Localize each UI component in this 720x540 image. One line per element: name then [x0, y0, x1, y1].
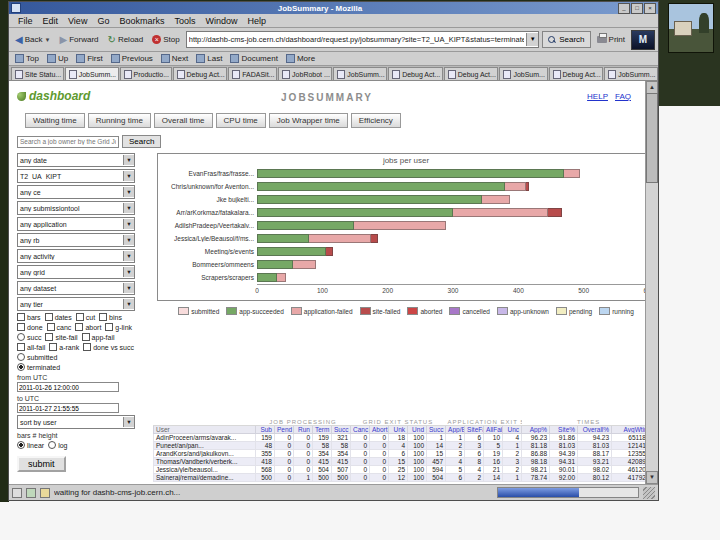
column-header-abort[interactable]: Abort — [370, 426, 389, 434]
table-cell[interactable]: 6 — [465, 434, 484, 442]
table-cell[interactable]: 1 — [294, 474, 313, 482]
table-cell[interactable]: 0 — [275, 474, 294, 482]
vertical-scrollbar[interactable]: ▲ ▼ — [645, 81, 658, 484]
filter-option-bins[interactable]: bins — [99, 313, 122, 321]
to-utc-input[interactable] — [17, 403, 119, 413]
menu-window[interactable]: Window — [200, 16, 242, 26]
table-cell[interactable]: 0 — [275, 450, 294, 458]
table-cell[interactable]: 0 — [275, 458, 294, 466]
chart-bar[interactable] — [257, 260, 645, 269]
column-header-run[interactable]: Run — [294, 426, 313, 434]
column-header-unk[interactable]: Unk — [389, 426, 408, 434]
chart-bar[interactable] — [257, 273, 645, 282]
plugin-icon[interactable] — [40, 488, 50, 498]
user-link[interactable]: Thomas/Vandberk/verberk... — [154, 458, 256, 466]
table-cell[interactable]: 16 — [484, 458, 503, 466]
table-cell[interactable]: 8 — [465, 458, 484, 466]
user-link[interactable]: Jessica/yle/beausol... — [154, 466, 256, 474]
filter-select-6[interactable]: any activity▼ — [17, 249, 135, 263]
table-cell[interactable]: 418 — [256, 458, 275, 466]
table-cell[interactable]: 4 — [446, 458, 465, 466]
forward-button[interactable]: ▶ Forward — [56, 34, 101, 46]
back-button[interactable]: ◀ Back ▼ — [12, 34, 53, 46]
filter-select-3[interactable]: any submissiontool▼ — [17, 201, 135, 215]
column-header-site[interactable]: Site% — [550, 426, 578, 434]
column-header-user[interactable]: User — [154, 426, 256, 434]
sitenav-first[interactable]: First — [76, 54, 103, 63]
table-cell[interactable]: 4 — [465, 466, 484, 474]
table-cell[interactable]: 15 — [427, 450, 446, 458]
window-titlebar[interactable]: JobSummary - Mozilla _ □ × — [9, 2, 658, 14]
filter-option-succ[interactable]: succ — [17, 333, 41, 341]
column-header-app[interactable]: App% — [522, 426, 550, 434]
sitenav-document[interactable]: Document — [230, 54, 277, 63]
search-button[interactable]: Search — [542, 31, 590, 48]
radio-log[interactable]: log — [48, 441, 67, 449]
page-tab-efficiency[interactable]: Efficiency — [351, 113, 401, 128]
table-cell[interactable]: 1 — [503, 474, 522, 482]
filter-option-dates[interactable]: dates — [45, 313, 72, 321]
table-cell[interactable]: 159 — [256, 434, 275, 442]
chart-bar[interactable] — [257, 247, 645, 256]
column-header-avgwtime[interactable]: AvgWtime — [612, 426, 645, 434]
table-cell[interactable]: 159 — [313, 434, 332, 442]
menu-tools[interactable]: Tools — [169, 16, 200, 26]
table-cell[interactable]: 1 — [446, 434, 465, 442]
table-cell[interactable]: 594 — [427, 466, 446, 474]
menu-go[interactable]: Go — [92, 16, 114, 26]
column-header-und[interactable]: Und — [408, 426, 427, 434]
table-cell[interactable]: 504 — [313, 466, 332, 474]
filter-option-cut[interactable]: cut — [76, 313, 95, 321]
table-cell[interactable]: 5 — [446, 466, 465, 474]
filter-option-app-fail[interactable]: app-fail — [82, 333, 115, 341]
user-link[interactable]: Puneet/an/pan... — [154, 442, 256, 450]
table-cell[interactable]: 0 — [294, 458, 313, 466]
user-link[interactable]: AdinProceen/arms/avarak... — [154, 434, 256, 442]
table-cell[interactable]: 415 — [313, 458, 332, 466]
table-cell[interactable]: 6 — [465, 450, 484, 458]
filter-select-7[interactable]: any grid▼ — [17, 265, 135, 279]
browser-tab-3[interactable]: Debug Act... — [173, 67, 228, 80]
filter-option-site-fail[interactable]: site-fail — [45, 333, 77, 341]
table-cell[interactable]: 500 — [313, 474, 332, 482]
column-header-term[interactable]: Term — [313, 426, 332, 434]
mozilla-throbber-icon[interactable]: M — [631, 30, 655, 50]
table-cell[interactable]: 6 — [446, 474, 465, 482]
scrollbar-thumb[interactable] — [646, 93, 658, 183]
table-cell[interactable]: 354 — [313, 450, 332, 458]
filter-option-all-fail[interactable]: all-fail — [17, 343, 45, 351]
table-cell[interactable]: 2 — [503, 450, 522, 458]
sitenav-next[interactable]: Next — [161, 54, 188, 63]
table-cell[interactable]: 58 — [313, 442, 332, 450]
filter-option-canc[interactable]: canc — [47, 323, 72, 331]
page-tab-overall-time[interactable]: Overall time — [154, 113, 213, 128]
filter-select-9[interactable]: any tier▼ — [17, 297, 135, 311]
menu-bookmarks[interactable]: Bookmarks — [114, 16, 169, 26]
user-link[interactable]: Saineraj/remai/demadine... — [154, 474, 256, 482]
table-cell[interactable]: 0 — [275, 442, 294, 450]
table-cell[interactable]: 3 — [446, 450, 465, 458]
chart-bar[interactable] — [257, 221, 645, 230]
browser-tab-10[interactable]: Debug Act... — [549, 67, 604, 80]
minimize-button[interactable]: _ — [618, 3, 630, 14]
table-cell[interactable]: 0 — [294, 466, 313, 474]
table-cell[interactable]: 0 — [294, 442, 313, 450]
radio-submitted[interactable]: submitted — [17, 353, 57, 361]
column-header-app-el[interactable]: App/El — [446, 426, 465, 434]
menu-view[interactable]: View — [63, 16, 92, 26]
url-bar[interactable]: ▼ — [186, 31, 539, 48]
table-cell[interactable]: 2 — [503, 466, 522, 474]
table-cell[interactable]: 500 — [256, 474, 275, 482]
browser-tab-5[interactable]: JobRobot ... — [278, 67, 332, 80]
maximize-button[interactable]: □ — [631, 3, 643, 14]
filter-select-4[interactable]: any application▼ — [17, 217, 135, 231]
chart-bar[interactable] — [257, 169, 645, 178]
submit-button[interactable]: submit — [17, 456, 66, 472]
table-cell[interactable]: 3 — [465, 442, 484, 450]
table-cell[interactable]: 0 — [275, 434, 294, 442]
filter-option-g-link[interactable]: g-link — [105, 323, 132, 331]
radio-terminated[interactable]: terminated — [17, 363, 60, 371]
page-tab-waiting-time[interactable]: Waiting time — [25, 113, 85, 128]
column-header-succ[interactable]: Succ — [332, 426, 351, 434]
chevron-down-icon[interactable]: ▼ — [45, 37, 51, 43]
